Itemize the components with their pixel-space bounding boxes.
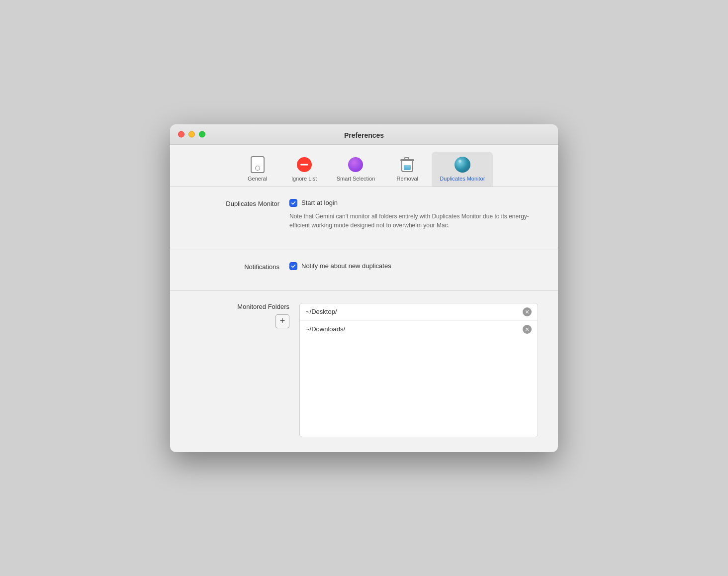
preferences-window: Preferences General Ignore List Smart Se… bbox=[170, 124, 558, 452]
tab-ignore-list[interactable]: Ignore List bbox=[282, 152, 327, 187]
tab-smart-selection-label: Smart Selection bbox=[337, 176, 375, 182]
folders-list: ~/Desktop/ ~/Downloads/ bbox=[299, 303, 538, 437]
content-area: Duplicates Monitor Start at login Note t… bbox=[170, 187, 558, 452]
monitored-folders-label: Monitored Folders bbox=[190, 303, 289, 310]
tab-removal[interactable]: Removal bbox=[385, 152, 430, 187]
monitored-folders-section: Monitored Folders + ~/Desktop/ ~/Downloa… bbox=[170, 290, 558, 452]
removal-tab-icon bbox=[398, 156, 416, 174]
earth-globe-icon bbox=[455, 157, 470, 173]
start-at-login-checkbox-row: Start at login bbox=[289, 199, 538, 207]
close-button[interactable] bbox=[178, 131, 184, 137]
folder-item-desktop: ~/Desktop/ bbox=[300, 303, 538, 321]
minus-circle-icon bbox=[297, 157, 312, 172]
maximize-button[interactable] bbox=[199, 131, 205, 137]
smart-selection-tab-icon bbox=[347, 156, 364, 174]
start-at-login-label: Start at login bbox=[301, 199, 338, 206]
tab-duplicates-monitor-label: Duplicates Monitor bbox=[440, 176, 485, 182]
tab-general[interactable]: General bbox=[235, 152, 280, 187]
tab-general-label: General bbox=[248, 176, 267, 182]
tab-duplicates-monitor[interactable]: Duplicates Monitor bbox=[432, 152, 493, 187]
tab-ignore-list-label: Ignore List bbox=[291, 176, 317, 182]
notify-duplicates-checkbox[interactable] bbox=[289, 262, 297, 270]
duplicates-monitor-tab-icon bbox=[454, 156, 471, 174]
notify-duplicates-checkbox-row: Notify me about new duplicates bbox=[289, 262, 538, 270]
remove-downloads-button[interactable] bbox=[523, 325, 532, 334]
duplicates-monitor-label: Duplicates Monitor bbox=[190, 199, 289, 207]
purple-globe-icon bbox=[348, 157, 363, 172]
folder-item-downloads: ~/Downloads/ bbox=[300, 321, 538, 338]
duplicates-monitor-note: Note that Gemini can't monitor all folde… bbox=[289, 212, 538, 230]
start-at-login-row: Duplicates Monitor Start at login Note t… bbox=[190, 199, 538, 230]
tab-removal-label: Removal bbox=[397, 176, 418, 182]
minimize-button[interactable] bbox=[188, 131, 195, 137]
traffic-lights bbox=[178, 131, 205, 137]
monitored-folders-row: Monitored Folders + ~/Desktop/ ~/Downloa… bbox=[190, 303, 538, 437]
duplicates-monitor-section: Duplicates Monitor Start at login Note t… bbox=[170, 187, 558, 250]
general-tab-icon bbox=[249, 156, 267, 174]
trash-icon bbox=[401, 157, 414, 172]
start-at-login-checkbox[interactable] bbox=[289, 199, 297, 207]
checkmark-icon bbox=[291, 264, 296, 269]
remove-desktop-button[interactable] bbox=[523, 307, 532, 316]
add-folder-button[interactable]: + bbox=[275, 314, 289, 328]
ignore-list-tab-icon bbox=[295, 156, 313, 174]
toolbar: General Ignore List Smart Selection bbox=[170, 145, 558, 187]
notifications-row: Notifications Notify me about new duplic… bbox=[190, 262, 538, 271]
folder-path-downloads: ~/Downloads/ bbox=[306, 325, 345, 333]
notifications-controls: Notify me about new duplicates bbox=[289, 262, 538, 270]
duplicates-monitor-controls: Start at login Note that Gemini can't mo… bbox=[289, 199, 538, 230]
folder-path-desktop: ~/Desktop/ bbox=[306, 308, 337, 315]
titlebar: Preferences bbox=[170, 124, 558, 145]
phone-icon bbox=[251, 156, 265, 173]
tab-smart-selection[interactable]: Smart Selection bbox=[329, 152, 383, 187]
notifications-section: Notifications Notify me about new duplic… bbox=[170, 250, 558, 290]
checkmark-icon bbox=[291, 200, 296, 205]
notify-duplicates-label: Notify me about new duplicates bbox=[301, 262, 391, 270]
window-title: Preferences bbox=[344, 131, 384, 139]
notifications-label: Notifications bbox=[190, 262, 289, 271]
monitored-folders-label-col: Monitored Folders + bbox=[190, 303, 289, 328]
